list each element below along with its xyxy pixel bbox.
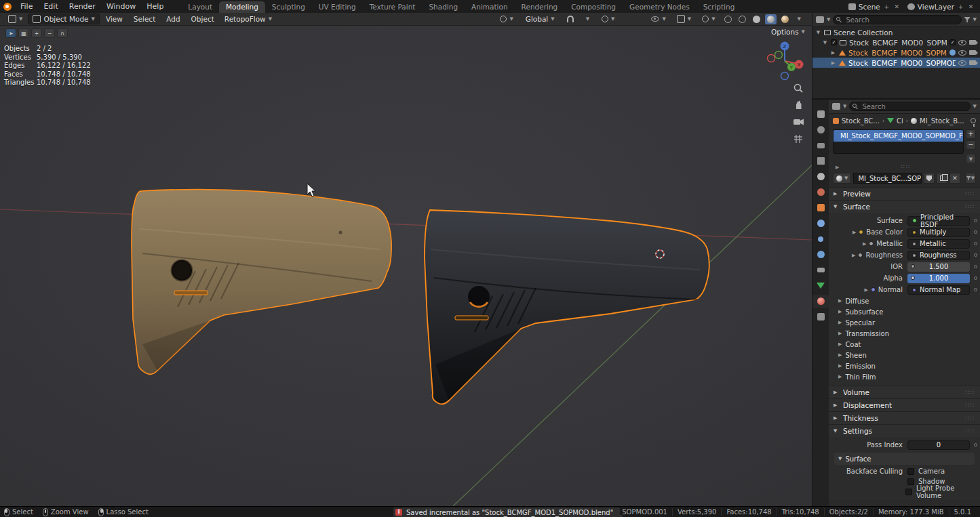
- material-name-field[interactable]: MI_Stock_BC...SOPMOD_FDE: [853, 173, 922, 184]
- roughness-input[interactable]: Roughness: [907, 251, 970, 260]
- decorator-dot[interactable]: [974, 242, 977, 245]
- editor-type-dropdown[interactable]: ▼: [4, 14, 26, 24]
- subpanel-specular[interactable]: ▶Specular: [829, 317, 980, 328]
- properties-options-dropdown[interactable]: ▼: [973, 104, 977, 109]
- menu-object[interactable]: Object: [187, 14, 219, 24]
- options-dropdown[interactable]: Options ▼: [771, 28, 805, 36]
- tab-modeling[interactable]: Modeling: [219, 1, 265, 13]
- outliner-editor-icon[interactable]: [816, 16, 824, 23]
- unlink-scene-button[interactable]: ✕: [893, 3, 901, 10]
- transform-orientation-dropdown[interactable]: Global ▼: [522, 14, 559, 24]
- properties-tab-texture[interactable]: [812, 310, 829, 323]
- disable-render-camera-icon[interactable]: [969, 50, 976, 55]
- add-slot-button[interactable]: +: [966, 129, 976, 139]
- properties-search[interactable]: [849, 102, 970, 111]
- subpanel-subsurface[interactable]: ▶Subsurface: [829, 306, 980, 317]
- unlink-material-button[interactable]: ✕: [949, 173, 960, 184]
- properties-tab-particles[interactable]: [812, 232, 829, 245]
- shading-wireframe-button[interactable]: [737, 14, 748, 24]
- new-viewlayer-button[interactable]: +: [957, 3, 964, 10]
- subpanel-transmission[interactable]: ▶Transmission: [829, 328, 980, 339]
- decorator-dot[interactable]: [974, 265, 977, 268]
- ior-slider[interactable]: 1.500: [907, 262, 970, 272]
- properties-editor-icon[interactable]: [832, 103, 840, 110]
- mode-dropdown[interactable]: Object Mode ▼: [28, 14, 100, 24]
- properties-tab-modifiers[interactable]: [812, 217, 829, 230]
- backface-camera-checkbox[interactable]: [907, 468, 914, 475]
- expand-icon[interactable]: ▶: [830, 50, 836, 56]
- properties-tab-physics[interactable]: [812, 248, 829, 261]
- shading-rendered-button[interactable]: [779, 14, 791, 24]
- tab-sculpting[interactable]: Sculpting: [265, 1, 312, 13]
- tab-rendering[interactable]: Rendering: [515, 1, 565, 13]
- snap-settings-dropdown[interactable]: ▼: [582, 16, 593, 22]
- tab-compositing[interactable]: Compositing: [564, 1, 623, 13]
- outliner-row-scene-collection[interactable]: ▼ Scene Collection: [812, 27, 980, 37]
- overlays-dropdown[interactable]: ▼: [698, 15, 719, 23]
- alpha-slider[interactable]: 1.000: [907, 274, 970, 283]
- properties-tab-tool[interactable]: [812, 108, 829, 121]
- toggle-perspective-grid-icon[interactable]: [793, 133, 804, 144]
- properties-tab-scene[interactable]: [812, 170, 829, 183]
- gizmos-dropdown[interactable]: ▼: [673, 14, 695, 24]
- scene-selector[interactable]: Scene + ✕: [848, 3, 901, 11]
- active-tool-icon[interactable]: ➤: [5, 28, 16, 38]
- expand-arrow[interactable]: ▶: [863, 241, 866, 247]
- normal-input[interactable]: Normal Map: [907, 285, 970, 295]
- hide-eye-icon[interactable]: [958, 50, 966, 56]
- object-visibility-dropdown[interactable]: ▼: [647, 16, 669, 22]
- tab-animation[interactable]: Animation: [465, 1, 515, 13]
- properties-tab-constraints[interactable]: [812, 264, 829, 276]
- properties-tab-world[interactable]: [812, 186, 829, 199]
- tab-scripting[interactable]: Scripting: [697, 1, 742, 13]
- collection-exclude-checkbox[interactable]: ✓: [949, 39, 956, 45]
- disable-render-camera-icon[interactable]: [969, 60, 976, 65]
- 3d-viewport[interactable]: Z X Y Objects2 / 2 Vertices5,390 / 5,390…: [0, 26, 812, 506]
- shading-material-button[interactable]: [765, 14, 777, 24]
- hide-eye-icon[interactable]: [958, 40, 966, 45]
- remove-slot-button[interactable]: −: [966, 140, 976, 150]
- decorator-dot[interactable]: [974, 276, 977, 280]
- panel-thickness[interactable]: ▶Thickness∷∷: [829, 411, 980, 424]
- slot-specials-menu[interactable]: ▼: [966, 154, 976, 163]
- menu-select[interactable]: Select: [129, 14, 160, 24]
- breadcrumb-object[interactable]: Stock_BC...: [842, 117, 880, 125]
- menu-add[interactable]: Add: [161, 14, 184, 24]
- properties-tab-object[interactable]: [812, 201, 829, 214]
- properties-tab-material[interactable]: [812, 295, 829, 308]
- pan-hand-icon[interactable]: [793, 100, 804, 110]
- gizmo-axis-y-neg[interactable]: [775, 51, 783, 59]
- menu-view[interactable]: View: [101, 14, 128, 24]
- outliner-search[interactable]: [833, 15, 961, 24]
- tab-uv-editing[interactable]: UV Editing: [312, 1, 363, 13]
- decorator-dot[interactable]: [974, 219, 977, 222]
- hide-eye-icon[interactable]: [958, 60, 966, 66]
- tab-geometry-nodes[interactable]: Geometry Nodes: [623, 1, 697, 13]
- metallic-input[interactable]: Metallic: [907, 239, 970, 249]
- decorator-dot[interactable]: [974, 443, 977, 447]
- panel-volume[interactable]: ▶Volume∷∷: [829, 386, 980, 398]
- menu-help[interactable]: Help: [141, 0, 169, 13]
- viewlayer-selector[interactable]: ViewLayer + ✕: [907, 3, 975, 11]
- outliner-filter-dropdown[interactable]: ▼: [973, 17, 977, 22]
- shading-solid-button[interactable]: [751, 14, 762, 24]
- node-filter-dropdown[interactable]: ▼: [965, 173, 976, 184]
- tab-layout[interactable]: Layout: [181, 1, 219, 13]
- gizmo-axis-z-neg[interactable]: [781, 73, 789, 80]
- backface-shadow-checkbox[interactable]: [907, 478, 914, 485]
- expand-icon[interactable]: ▼: [822, 40, 828, 45]
- properties-tab-view-layer[interactable]: [812, 154, 829, 167]
- panel-settings[interactable]: ▼Settings∷∷: [829, 424, 980, 437]
- decorator-dot[interactable]: [974, 253, 977, 257]
- report-message[interactable]: i Saved incremental as "Stock_BCMGF_MOD1…: [393, 508, 620, 517]
- properties-search-input[interactable]: [849, 102, 970, 111]
- panel-preview[interactable]: ▶Preview∷∷: [829, 187, 980, 200]
- pass-index-input[interactable]: 0: [907, 440, 970, 450]
- panel-displacement[interactable]: ▶Displacement∷∷: [829, 398, 980, 411]
- expand-icon[interactable]: ▶: [830, 60, 836, 66]
- subpanel-coat[interactable]: ▶Coat: [829, 339, 980, 350]
- tab-texture-paint[interactable]: Texture Paint: [363, 1, 423, 13]
- menu-render[interactable]: Render: [64, 0, 101, 13]
- remove-viewlayer-button[interactable]: ✕: [967, 3, 975, 10]
- expand-arrow[interactable]: ▶: [852, 253, 855, 258]
